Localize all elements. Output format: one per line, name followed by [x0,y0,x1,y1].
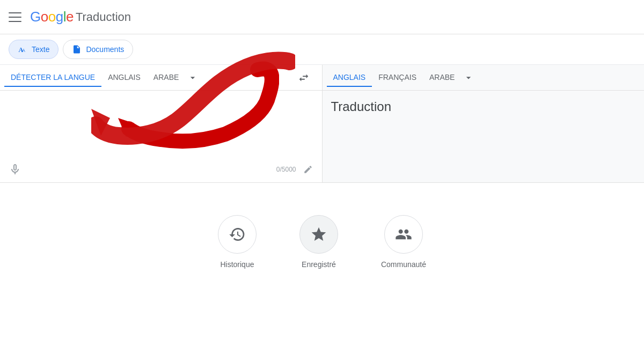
mode-tabs-bar: A A Texte Documents [0,34,644,65]
enregistre-item[interactable]: Enregistré [299,215,338,269]
bottom-section: Historique Enregistré Communauté [0,183,644,301]
documents-icon [72,45,82,54]
logo: Google Traduction [30,9,131,25]
bottom-icons-row: Historique Enregistré Communauté [218,215,426,269]
target-lang-chevron[interactable] [461,70,476,85]
target-arabe-btn[interactable]: ARABE [423,69,461,87]
historique-label: Historique [220,260,254,269]
char-count: 0/5000 [276,166,296,173]
source-bottom-bar: 0/5000 [0,157,322,182]
tab-documents[interactable]: Documents [63,40,133,59]
enregistre-icon [299,215,338,254]
source-lang-bar: DÉTECTER LA LANGUE ANGLAIS ARABE [0,65,322,91]
texte-icon: A A [18,45,27,54]
communaute-item[interactable]: Communauté [381,215,426,269]
logo-traduction-text: Traduction [76,10,131,24]
app-header: Google Traduction [0,0,644,34]
translator-area: DÉTECTER LA LANGUE ANGLAIS ARABE [0,65,644,183]
source-panel: DÉTECTER LA LANGUE ANGLAIS ARABE [0,65,323,182]
edit-icon[interactable] [301,162,316,177]
enregistre-label: Enregistré [302,260,336,269]
logo-google-text: Google [30,9,74,25]
source-anglais-btn[interactable]: ANGLAIS [101,69,147,87]
source-text-input[interactable] [0,91,322,157]
detect-lang-btn[interactable]: DÉTECTER LA LANGUE [4,69,101,87]
menu-icon[interactable] [9,11,21,24]
historique-item[interactable]: Historique [218,215,257,269]
source-lang-chevron[interactable] [185,70,200,85]
tab-documents-label: Documents [86,45,124,54]
mic-icon[interactable] [6,161,24,178]
communaute-icon [384,215,423,254]
source-arabe-btn[interactable]: ARABE [147,69,185,87]
target-lang-bar: ANGLAIS FRANÇAIS ARABE [323,65,645,91]
target-panel: ANGLAIS FRANÇAIS ARABE Traduction [323,65,645,182]
swap-languages-btn[interactable] [294,68,313,87]
target-francais-btn[interactable]: FRANÇAIS [372,69,423,87]
translation-output: Traduction [323,91,645,182]
communaute-label: Communauté [381,260,426,269]
tab-texte[interactable]: A A Texte [9,40,58,59]
svg-text:A: A [22,48,25,53]
target-anglais-btn[interactable]: ANGLAIS [327,69,372,87]
tab-texte-label: Texte [32,45,49,54]
historique-icon [218,215,257,254]
